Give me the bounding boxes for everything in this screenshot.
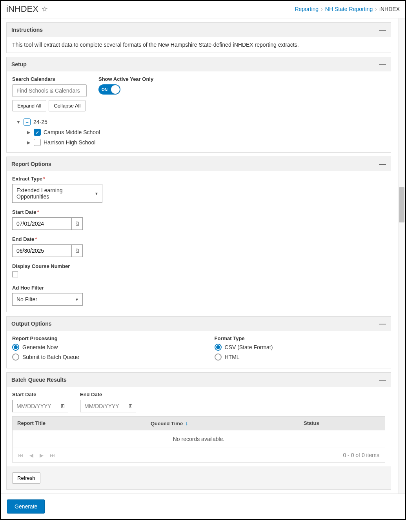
adhoc-filter-label: Ad Hoc Filter	[12, 285, 385, 291]
end-date-label: End Date*	[12, 236, 385, 242]
report-options-title: Report Options	[11, 161, 51, 167]
collapse-icon[interactable]: —	[379, 162, 386, 166]
caret-down-icon[interactable]: ▼	[16, 120, 21, 124]
processing-radio-generate-now[interactable]: Generate Now	[12, 344, 183, 351]
tree-school-label: Campus Middle School	[44, 129, 100, 135]
instructions-text: This tool will extract data to complete …	[12, 42, 385, 48]
tree-school-label: Harrison High School	[44, 139, 95, 146]
bq-end-date-field: 🗓	[80, 400, 136, 412]
start-date-label: Start Date*	[12, 209, 385, 215]
caret-right-icon[interactable]: ▶	[26, 130, 31, 135]
setup-panel: Setup — Search Calendars Show Active Yea…	[6, 57, 391, 153]
col-report-title[interactable]: Report Title	[13, 417, 146, 430]
adhoc-filter-value: No Filter	[16, 296, 37, 302]
batch-queue-grid: Report Title Queued Time ↓ Status No rec…	[12, 416, 385, 463]
radio-label: Submit to Batch Queue	[22, 354, 79, 360]
toggle-on-label: ON	[102, 87, 107, 92]
instructions-header[interactable]: Instructions —	[7, 23, 391, 37]
collapse-icon[interactable]: —	[379, 321, 386, 326]
setup-title: Setup	[11, 61, 27, 67]
active-year-toggle[interactable]: ON	[98, 84, 120, 95]
collapse-all-button[interactable]: Collapse All	[49, 100, 86, 111]
extract-type-select[interactable]: Extended Learning Opportunities	[12, 184, 102, 203]
report-processing-label: Report Processing	[12, 335, 183, 341]
format-type-label: Format Type	[215, 335, 386, 341]
format-radio-html[interactable]: HTML	[215, 353, 386, 361]
favorite-star-icon[interactable]: ☆	[42, 5, 48, 13]
bq-end-date-input[interactable]	[80, 400, 125, 412]
chevron-right-icon: ›	[321, 6, 323, 12]
grid-header-row: Report Title Queued Time ↓ Status	[13, 417, 385, 430]
calendar-icon[interactable]: 🗓	[71, 245, 82, 257]
pager-next-icon[interactable]: ▶	[40, 452, 44, 458]
bq-start-date-input[interactable]	[13, 400, 57, 412]
radio-on-icon	[215, 344, 222, 351]
tree-year-row[interactable]: ▼ – 24-25	[16, 117, 385, 127]
start-date-input[interactable]	[13, 218, 71, 230]
pager-last-icon[interactable]: ⏭	[50, 452, 55, 458]
top-bar: iNHDEX ☆ Reporting › NH State Reporting …	[1, 1, 405, 18]
bq-end-date-label: End Date	[80, 392, 136, 397]
generate-button[interactable]: Generate	[7, 499, 45, 514]
page-title: iNHDEX	[6, 4, 38, 14]
instructions-panel: Instructions — This tool will extract da…	[6, 22, 391, 53]
setup-header[interactable]: Setup —	[7, 57, 391, 71]
end-date-input[interactable]	[13, 245, 71, 257]
expand-all-button[interactable]: Expand All	[12, 100, 46, 111]
radio-label: Generate Now	[22, 344, 58, 350]
pager-prev-icon[interactable]: ◀	[29, 452, 33, 458]
pager-first-icon[interactable]: ⏮	[18, 452, 23, 458]
adhoc-filter-select[interactable]: No Filter	[12, 293, 83, 306]
tree-school-row[interactable]: ▶ Harrison High School	[26, 137, 385, 148]
end-date-field: 🗓	[12, 244, 83, 257]
refresh-button[interactable]: Refresh	[12, 472, 40, 484]
calendar-icon[interactable]: 🗓	[71, 218, 82, 230]
display-course-checkbox[interactable]	[12, 271, 18, 277]
batch-queue-panel: Batch Queue Results — Start Date 🗓	[6, 372, 391, 490]
grid-pager: ⏮ ◀ ▶ ⏭	[18, 452, 55, 458]
start-date-field: 🗓	[12, 217, 83, 230]
breadcrumb-link-reporting[interactable]: Reporting	[295, 6, 319, 12]
bq-start-date-field: 🗓	[12, 400, 68, 412]
radio-on-icon	[12, 344, 19, 351]
bottom-bar: Generate	[1, 494, 405, 519]
extract-type-value: Extended Learning Opportunities	[16, 187, 63, 200]
breadcrumb-link-nh-state[interactable]: NH State Reporting	[325, 6, 373, 12]
tree-year-label: 24-25	[33, 119, 47, 125]
active-year-label: Show Active Year Only	[98, 76, 153, 82]
calendar-tree: ▼ – 24-25 ▶ ✓ Campus Middle School ▶	[12, 117, 385, 148]
extract-type-label: Extract Type*	[12, 176, 385, 182]
search-calendars-label: Search Calendars	[12, 76, 87, 82]
year-checkbox-mixed[interactable]: –	[24, 118, 31, 126]
report-options-panel: Report Options — Extract Type* Extended …	[6, 157, 391, 312]
caret-right-icon[interactable]: ▶	[26, 140, 31, 145]
pager-summary: 0 - 0 of 0 items	[343, 452, 379, 458]
bq-start-date-label: Start Date	[12, 392, 68, 397]
calendar-icon[interactable]: 🗓	[125, 400, 136, 412]
batch-queue-title: Batch Queue Results	[11, 377, 67, 383]
collapse-icon[interactable]: —	[379, 62, 386, 67]
output-options-header[interactable]: Output Options —	[7, 317, 391, 331]
radio-label: CSV (State Format)	[225, 344, 273, 350]
school-checkbox-unchecked[interactable]	[34, 139, 41, 146]
collapse-icon[interactable]: —	[379, 27, 386, 32]
output-options-title: Output Options	[11, 321, 52, 327]
tree-school-row[interactable]: ▶ ✓ Campus Middle School	[26, 127, 385, 137]
output-options-panel: Output Options — Report Processing Gener…	[6, 316, 391, 368]
processing-radio-batch-queue[interactable]: Submit to Batch Queue	[12, 353, 183, 361]
breadcrumb-current: iNHDEX	[379, 6, 400, 12]
scrollbar-thumb[interactable]	[399, 187, 404, 222]
school-checkbox-checked[interactable]: ✓	[34, 129, 41, 136]
batch-queue-header[interactable]: Batch Queue Results —	[7, 373, 391, 387]
calendar-icon[interactable]: 🗓	[57, 400, 68, 412]
search-calendars-input[interactable]	[12, 84, 87, 97]
collapse-icon[interactable]: —	[379, 377, 386, 382]
toggle-knob	[111, 85, 120, 94]
scrollbar-track[interactable]	[398, 18, 405, 494]
format-radio-csv[interactable]: CSV (State Format)	[215, 344, 386, 351]
col-status[interactable]: Status	[299, 417, 385, 430]
display-course-label: Display Course Number	[12, 263, 385, 269]
chevron-right-icon: ›	[375, 6, 377, 12]
report-options-header[interactable]: Report Options —	[7, 157, 391, 171]
col-queued-time[interactable]: Queued Time ↓	[146, 417, 299, 430]
